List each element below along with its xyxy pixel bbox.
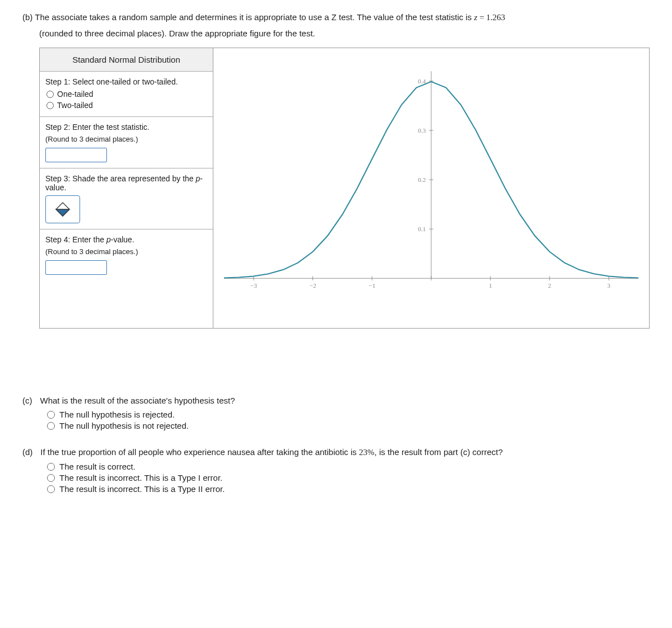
- opt-type1-label: The result is incorrect. This is a Type …: [59, 473, 222, 482]
- figure-panel: Standard Normal Distribution Step 1: Sel…: [39, 48, 650, 329]
- step3-label-a: Step 3: Shade the area represented by th…: [45, 174, 196, 183]
- step2-box: Step 2: Enter the test statistic. (Round…: [40, 117, 213, 168]
- radio-one-tailed[interactable]: One-tailed: [46, 90, 207, 99]
- opt-type2-label: The result is incorrect. This is a Type …: [59, 484, 225, 494]
- opt-correct-label: The result is correct.: [59, 462, 136, 471]
- radio-correct[interactable]: The result is correct.: [47, 462, 650, 471]
- svg-text:0.1: 0.1: [418, 226, 426, 232]
- step4-label-b: -value.: [111, 235, 134, 244]
- part-b-line1: The associate takes a random sample and …: [35, 12, 474, 22]
- radio-rejected[interactable]: The null hypothesis is rejected.: [47, 410, 650, 419]
- step4-box: Step 4: Enter the p-value. (Round to 3 d…: [40, 229, 213, 308]
- radio-icon: [47, 463, 55, 471]
- part-d-qb: , is the result from part (c) correct?: [375, 447, 503, 457]
- svg-text:0.4: 0.4: [418, 78, 426, 85]
- step2-sub: (Round to 3 decimal places.): [45, 135, 207, 143]
- step4-p: p: [106, 235, 111, 244]
- opt-not-rejected-label: The null hypothesis is not rejected.: [59, 421, 189, 430]
- part-c-question: What is the result of the associate's hy…: [40, 396, 235, 405]
- step3-box: Step 3: Shade the area represented by th…: [40, 168, 213, 229]
- chart-panel: −3−2−11230.10.20.30.4: [213, 48, 649, 328]
- panel-title: Standard Normal Distribution: [40, 48, 213, 72]
- shade-button[interactable]: [45, 195, 80, 223]
- z-eq: =: [477, 13, 486, 22]
- svg-text:−2: −2: [310, 282, 316, 289]
- part-d-pct: 23%: [359, 448, 375, 457]
- part-c-label: (c): [22, 396, 32, 405]
- svg-text:0.2: 0.2: [418, 176, 426, 183]
- shade-diamond-icon: [54, 201, 71, 218]
- step1-label: Step 1: Select one-tailed or two-tailed.: [45, 77, 207, 86]
- p-value-input[interactable]: [45, 260, 107, 275]
- svg-text:1: 1: [489, 282, 492, 289]
- svg-text:0.3: 0.3: [418, 127, 426, 134]
- normal-dist-chart: −3−2−11230.10.20.30.4: [213, 48, 649, 328]
- part-d-question: If the true proportion of all people who…: [40, 447, 502, 457]
- radio-type1[interactable]: The result is incorrect. This is a Type …: [47, 473, 650, 482]
- svg-marker-1: [56, 209, 69, 216]
- z-value: 1.263: [486, 13, 505, 22]
- controls-panel: Standard Normal Distribution Step 1: Sel…: [40, 48, 213, 328]
- radio-icon: [47, 422, 55, 430]
- svg-text:−3: −3: [250, 282, 257, 289]
- step2-label: Step 2: Enter the test statistic.: [45, 123, 207, 132]
- step4-label-a: Step 4: Enter the: [45, 235, 106, 244]
- radio-two-tailed[interactable]: Two-tailed: [46, 101, 207, 110]
- radio-type2[interactable]: The result is incorrect. This is a Type …: [47, 484, 650, 494]
- part-b: (b) The associate takes a random sample …: [22, 11, 650, 329]
- part-b-line2: (rounded to three decimal places). Draw …: [39, 27, 650, 40]
- svg-text:−1: −1: [368, 282, 375, 289]
- opt-rejected-label: The null hypothesis is rejected.: [59, 410, 175, 419]
- radio-icon: [47, 474, 55, 482]
- radio-icon: [46, 102, 54, 109]
- part-c: (c) What is the result of the associate'…: [22, 396, 650, 430]
- two-tailed-label: Two-tailed: [57, 101, 93, 110]
- radio-not-rejected[interactable]: The null hypothesis is not rejected.: [47, 421, 650, 430]
- step1-box: Step 1: Select one-tailed or two-tailed.…: [40, 72, 213, 117]
- svg-text:2: 2: [548, 282, 552, 289]
- part-d-label: (d): [22, 447, 32, 457]
- part-d: (d) If the true proportion of all people…: [22, 447, 650, 494]
- test-statistic-input[interactable]: [45, 148, 107, 162]
- radio-icon: [47, 411, 55, 419]
- part-b-label: (b): [22, 12, 32, 22]
- one-tailed-label: One-tailed: [57, 90, 94, 99]
- step4-sub: (Round to 3 decimal places.): [45, 247, 207, 256]
- svg-text:3: 3: [607, 282, 610, 289]
- radio-icon: [46, 91, 54, 98]
- radio-icon: [47, 485, 55, 493]
- part-d-qa: If the true proportion of all people who…: [40, 447, 359, 457]
